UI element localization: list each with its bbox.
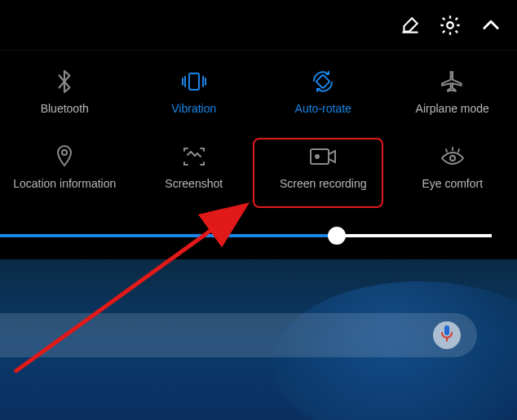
svg-point-0 — [447, 22, 453, 28]
svg-point-6 — [450, 156, 455, 161]
brightness-slider[interactable] — [0, 227, 517, 245]
tile-label: Airplane mode — [416, 102, 489, 115]
quick-settings-grid: Bluetooth Vibration Auto-rotate — [0, 54, 517, 204]
search-bar[interactable] — [0, 313, 477, 357]
quick-settings-panel: Bluetooth Vibration Auto-rotate — [0, 0, 517, 259]
slider-thumb[interactable] — [328, 227, 346, 245]
tile-label: Location information — [13, 177, 116, 190]
tile-location[interactable]: Location information — [0, 129, 130, 204]
mic-icon — [440, 325, 454, 346]
tile-label: Vibration — [171, 102, 216, 115]
tile-vibration[interactable]: Vibration — [130, 54, 259, 129]
gear-icon[interactable] — [439, 14, 462, 37]
slider-track-empty — [337, 234, 492, 237]
svg-rect-2 — [316, 75, 330, 89]
tile-screenshot[interactable]: Screenshot — [130, 129, 259, 204]
svg-point-5 — [315, 154, 320, 159]
svg-rect-7 — [444, 325, 449, 335]
screenrecording-icon — [309, 143, 337, 170]
slider-track-filled — [0, 234, 337, 237]
chevron-up-icon[interactable] — [479, 14, 502, 37]
tile-eyecomfort[interactable]: Eye comfort — [388, 129, 518, 204]
autorotate-icon — [311, 68, 335, 95]
tile-label: Eye comfort — [422, 177, 483, 190]
topbar — [0, 0, 517, 51]
tile-label: Auto-rotate — [295, 102, 351, 115]
eyecomfort-icon — [440, 143, 466, 170]
location-icon — [55, 143, 74, 170]
tile-label: Screenshot — [165, 177, 223, 190]
svg-point-3 — [62, 150, 67, 155]
mic-button[interactable] — [433, 321, 461, 349]
tile-airplane[interactable]: Airplane mode — [388, 54, 518, 129]
bluetooth-icon — [54, 68, 75, 95]
svg-rect-1 — [189, 73, 199, 90]
airplane-icon — [441, 68, 464, 95]
tile-label: Screen recording — [280, 177, 367, 190]
tile-label: Bluetooth — [41, 102, 89, 115]
screenshot-icon — [182, 143, 206, 170]
tile-autorotate[interactable]: Auto-rotate — [258, 54, 388, 129]
tile-screenrecording[interactable]: Screen recording — [258, 129, 388, 204]
edit-icon[interactable] — [400, 15, 421, 36]
tile-bluetooth[interactable]: Bluetooth — [0, 54, 130, 129]
vibration-icon — [180, 68, 208, 95]
